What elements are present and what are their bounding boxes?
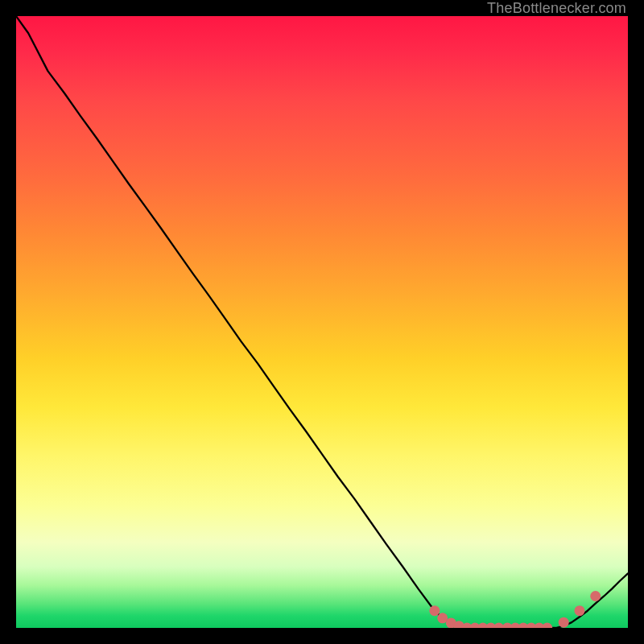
chart-overlay-svg: [16, 16, 628, 628]
bottleneck-curve: [16, 16, 628, 628]
curve-marker: [429, 605, 440, 616]
curve-marker: [590, 591, 601, 601]
curve-marker: [559, 617, 569, 628]
curve-marker: [574, 605, 584, 616]
curve-marker: [542, 623, 552, 629]
attribution-text: TheBottlenecker.com: [487, 0, 626, 16]
plot-area: [16, 16, 628, 628]
marker-group: [429, 591, 601, 628]
chart-stage: TheBottlenecker.com: [0, 0, 644, 644]
